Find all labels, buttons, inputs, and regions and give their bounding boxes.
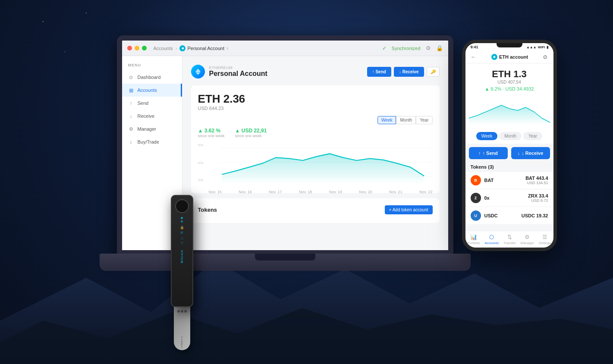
token-bat-usd: USD 134.51 — [525, 181, 548, 185]
period-year-button[interactable]: Year — [416, 116, 432, 124]
stat-usd-label: since one week — [235, 134, 267, 138]
traffic-lights — [127, 46, 147, 50]
maximize-button[interactable] — [142, 46, 147, 50]
nav-portfolio-label: Portfolio — [468, 241, 480, 245]
phone-send-icon: ↑ — [478, 151, 481, 156]
logo-dot-3 — [184, 311, 186, 313]
account-subtitle: ETHEREUM — [209, 66, 267, 70]
token-usdc-left: U USDC — [471, 210, 498, 221]
key-button[interactable]: 🔑 — [427, 67, 440, 77]
lock-icon[interactable]: 🔒 — [436, 45, 443, 51]
tokens-header: Tokens + Add token account — [198, 205, 433, 214]
bitcoin-text: Bitcoin — [180, 250, 183, 263]
phone-settings-icon[interactable]: ⚙ — [543, 54, 548, 60]
phone-chart — [465, 97, 553, 129]
phone-receive-button[interactable]: ↓ ↓ Receive — [511, 147, 550, 159]
phone-back-button[interactable]: ← — [471, 53, 477, 60]
main-panel: ETHEREUM Personal Account ↑ Send ↓ Recei… — [182, 56, 448, 250]
send-button[interactable]: ↑ Send — [367, 67, 391, 77]
battery-icon: ▮ — [547, 45, 548, 49]
token-zrx-left: Z 0x — [471, 193, 490, 203]
nav-transfer[interactable]: ⇅ Transfer — [503, 234, 516, 245]
breadcrumb-accounts[interactable]: Accounts — [154, 46, 173, 51]
minimize-button[interactable] — [135, 46, 139, 50]
phone-change-percent: ▲ 9.2% — [484, 86, 501, 91]
window-titlebar: Accounts › ◆ Personal Account ∨ ✓ Synchr… — [122, 41, 448, 56]
sidebar-item-manager[interactable]: ⚙ Manager — [122, 122, 182, 135]
token-zrx-icon: Z — [471, 193, 481, 203]
phone-action-buttons: ↑ ↑ Send ↓ ↓ Receive — [465, 144, 553, 163]
sidebar-item-dashboard[interactable]: ⊙ Dashboard — [122, 71, 182, 84]
phone-send-label: ↑ Send — [483, 151, 498, 156]
device-button[interactable] — [175, 199, 189, 213]
phone-period-week[interactable]: Week — [476, 132, 497, 140]
nav-transfer-label: Transfer — [503, 241, 516, 245]
sidebar-item-receive-label: Receive — [138, 113, 155, 119]
phone-account-name: ETH account — [499, 54, 528, 60]
receive-button-label: ↓ Receive — [399, 69, 419, 74]
stat-percent-value: ▲ 3.62 % — [198, 128, 225, 134]
device-icon-up: △ — [181, 236, 183, 240]
nav-portfolio[interactable]: 📊 Portfolio — [468, 234, 480, 245]
nav-settings-label: Settings — [538, 241, 551, 245]
token-zrx-right: ZRX 33.4 USD 9.72 — [528, 193, 548, 203]
device-indicator-1 — [181, 217, 183, 219]
nav-manager-icon: ⚙ — [525, 234, 530, 240]
wifi-icon: WiFi — [538, 45, 545, 49]
token-usdc-name: USDC — [484, 213, 498, 218]
nav-accounts[interactable]: ⬡ Accounts — [484, 234, 499, 245]
phone-balance-eth: ETH 1.3 — [471, 69, 548, 80]
nav-manager[interactable]: ⚙ Manager — [520, 234, 534, 245]
stat-usd: ▲ USD 22,91 since one week — [235, 128, 267, 138]
laptop-base — [100, 254, 471, 271]
phone-balance-usd: USD 407.54 — [471, 80, 548, 85]
nav-settings[interactable]: ☰ Settings — [538, 234, 551, 245]
x-label-6: Nov. 21 — [389, 190, 402, 194]
phone-header: ← ◆ ETH account ⚙ — [465, 51, 553, 63]
phone-period-month[interactable]: Month — [499, 132, 522, 140]
breadcrumb-separator: › — [176, 46, 177, 51]
transfer-icon: ⇅ — [507, 234, 512, 240]
sidebar-item-accounts[interactable]: ▦ Accounts — [122, 84, 182, 97]
settings-icon[interactable]: ⚙ — [426, 45, 431, 51]
close-button[interactable] — [127, 46, 132, 50]
nav-accounts-label: Accounts — [484, 241, 499, 245]
menu-label: MENU — [122, 63, 182, 67]
device-icon-down: ▽ — [181, 241, 183, 245]
laptop-screen-bezel: Accounts › ◆ Personal Account ∨ ✓ Synchr… — [117, 35, 453, 255]
sidebar-item-buytrade-label: Buy/Trade — [138, 139, 159, 144]
nav-accounts-icon: ⬡ — [489, 234, 494, 240]
logo-dot-1 — [177, 311, 179, 313]
tokens-title: Tokens — [198, 207, 217, 213]
phone-balance: ETH 1.3 USD 407.54 ▲ 9.2% · USD 34.4932 — [465, 63, 553, 97]
balance-usd: USD 644.23 — [198, 106, 433, 111]
sidebar-item-send[interactable]: ↑ Send — [122, 97, 182, 110]
add-token-button[interactable]: + Add token account — [385, 205, 433, 214]
sidebar-item-receive[interactable]: ↓ Receive — [122, 110, 182, 122]
token-zrx-item[interactable]: Z 0x ZRX 33.4 USD 9.72 — [465, 189, 553, 207]
token-bat-item[interactable]: B BAT BAT 443.4 USD 134.51 — [465, 171, 553, 189]
token-bat-left: B BAT — [471, 175, 494, 185]
period-week-button[interactable]: Week — [377, 116, 396, 124]
balance-section: ETH 2.36 USD 644.23 Week Month Year ▲ 3.… — [191, 85, 440, 193]
sidebar-item-buytrade[interactable]: ↕ Buy/Trade — [122, 135, 182, 148]
token-usdc-item[interactable]: U USDC USDC 19.32 — [465, 207, 553, 224]
balance-eth: ETH 2.36 — [198, 92, 433, 106]
settings-nav-icon: ☰ — [542, 234, 547, 240]
phone-receive-label: ↓ Receive — [522, 151, 543, 156]
action-buttons: ↑ Send ↓ Receive 🔑 — [367, 67, 440, 77]
period-month-button[interactable]: Month — [396, 116, 416, 124]
phone-send-button[interactable]: ↑ ↑ Send — [469, 147, 508, 159]
receive-icon: ↓ — [128, 113, 134, 119]
laptop-notch — [255, 254, 315, 260]
eth-logo — [191, 65, 205, 78]
phone: 9:41 ▲▲▲ WiFi ▮ ← ◆ ETH account ⚙ ETH 1.… — [462, 40, 557, 251]
sidebar-item-manager-label: Manager — [138, 126, 156, 132]
tokens-section: Tokens + Add token account — [191, 198, 440, 223]
account-title-group: ETHEREUM Personal Account — [191, 65, 267, 78]
sync-status: Synchronized — [392, 46, 421, 51]
receive-button[interactable]: ↓ Receive — [394, 67, 424, 77]
svg-point-1 — [86, 13, 87, 13]
phone-eth-icon: ◆ — [491, 54, 497, 60]
phone-period-year[interactable]: Year — [523, 132, 542, 140]
